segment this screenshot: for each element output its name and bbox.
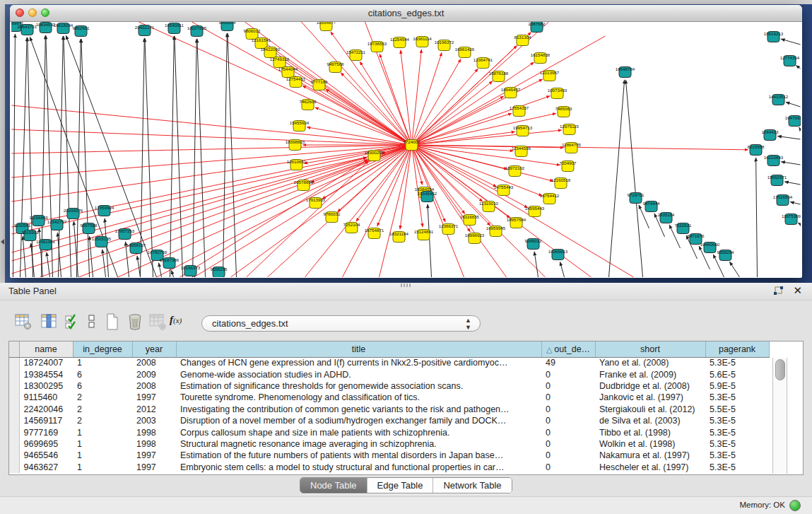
cell-pagerank[interactable]: 5.3E-5 [705, 462, 769, 473]
column-header-title[interactable]: title [176, 341, 541, 357]
graph-node[interactable]: 1724007 [403, 139, 420, 151]
graph-node[interactable]: 18321184 [389, 231, 409, 243]
cell-out_degree[interactable]: 0 [541, 380, 595, 392]
row-gutter[interactable] [9, 450, 19, 461]
cell-title[interactable]: Estimation of the future numbers of pati… [176, 450, 541, 461]
graph-node[interactable]: 7204907 [559, 160, 577, 172]
graph-node[interactable]: 13505135 [92, 236, 112, 247]
graph-node[interactable]: 18957584 [507, 217, 526, 228]
table-select-dropdown[interactable]: citations_edges.txt ▲▼ [201, 315, 481, 332]
graph-node[interactable]: 2087682 [528, 22, 546, 33]
graph-node[interactable]: 16476913 [785, 115, 801, 127]
cell-title[interactable]: Investigating the contribution of common… [176, 404, 541, 415]
table-row[interactable]: 1938455462009Genome-wide association stu… [9, 368, 769, 380]
cell-out_degree[interactable]: 0 [541, 415, 595, 426]
cell-year[interactable]: 1998 [132, 438, 176, 450]
graph-node[interactable]: 15876188 [489, 71, 509, 82]
window-titlebar[interactable]: citations_edges.txt [10, 5, 802, 22]
graph-node[interactable]: 12364741 [473, 57, 493, 69]
cell-in_degree[interactable]: 1 [73, 438, 132, 450]
cell-year[interactable]: 2012 [132, 404, 176, 415]
cell-pagerank[interactable]: 5.3E-5 [705, 392, 769, 403]
cell-pagerank[interactable]: 5.3E-5 [705, 438, 769, 450]
graph-node[interactable]: 8215958 [747, 144, 765, 156]
column-header-pagerank[interactable]: pagerank [705, 341, 769, 357]
graph-node[interactable]: 16972102 [505, 165, 525, 177]
row-gutter[interactable] [9, 426, 19, 438]
cell-year[interactable]: 2008 [132, 357, 176, 368]
cell-in_degree[interactable]: 1 [73, 450, 132, 461]
cell-out_degree[interactable]: 0 [541, 450, 595, 461]
cell-pagerank[interactable]: 5.5E-5 [705, 404, 769, 415]
cell-year[interactable]: 1997 [132, 450, 176, 461]
cell-title[interactable]: Changes of HCN gene expression and I(f) … [176, 357, 541, 368]
memory-status-icon[interactable] [789, 500, 801, 511]
cell-title[interactable]: Tourette syndrome. Phenomenology and cla… [176, 392, 541, 403]
cell-name[interactable]: 18300295 [19, 380, 73, 392]
cell-name[interactable]: 9465546 [19, 450, 73, 461]
cell-name[interactable]: 9115460 [19, 392, 73, 403]
table-row[interactable]: 1830029562008Estimation of significance … [9, 380, 769, 392]
select-rows-icon[interactable] [64, 313, 82, 331]
cell-title[interactable]: Disruption of a novel member of a sodium… [176, 415, 541, 426]
cell-title[interactable]: Corpus callosum shape and size in male p… [176, 426, 541, 438]
table-header-row[interactable]: namein_degreeyeartitle△out_de…shortpager… [9, 341, 769, 357]
graph-node[interactable]: 15455924 [290, 120, 310, 132]
cell-out_degree[interactable]: 0 [541, 404, 595, 415]
tab-network-table[interactable]: Network Table [433, 478, 511, 493]
cell-title[interactable]: Embryonic stem cells: a model to study s… [176, 462, 541, 473]
graph-node[interactable]: 16754412 [540, 193, 560, 204]
cell-short[interactable]: Yano et al. (2008) [595, 357, 705, 368]
scrollbar-thumb[interactable] [775, 359, 785, 380]
graph-node[interactable]: 20402171 [135, 25, 155, 36]
column-header-out_degree[interactable]: △out_de… [541, 341, 595, 357]
panel-collapse-arrow-icon[interactable] [1, 239, 4, 245]
cell-name[interactable]: 9463627 [19, 462, 73, 473]
graph-node[interactable]: 14595443 [525, 206, 545, 217]
graph-node[interactable]: 17957253 [115, 228, 135, 240]
row-gutter[interactable] [9, 415, 19, 426]
graph-node[interactable]: 18227835 [187, 25, 207, 37]
cell-name[interactable]: 9777169 [19, 426, 73, 438]
graph-node[interactable]: 7485063 [555, 106, 572, 117]
graph-node[interactable]: 14755443 [494, 185, 514, 196]
graph-node[interactable]: 12366371 [439, 223, 459, 235]
graph-node[interactable]: 16210643 [764, 155, 784, 166]
table-body[interactable]: 1872400712008Changes of HCN gene express… [9, 357, 769, 473]
cell-out_degree[interactable]: 0 [541, 438, 595, 450]
graph-node[interactable]: 11254544 [390, 37, 410, 48]
cell-in_degree[interactable]: 1 [73, 357, 132, 368]
cell-year[interactable]: 1997 [132, 462, 176, 473]
table-vertical-scrollbar[interactable] [772, 358, 787, 474]
graph-node[interactable]: 9777169 [310, 79, 328, 90]
cell-year[interactable]: 2009 [132, 368, 176, 380]
graph-node[interactable]: 9458904 [218, 22, 236, 31]
node-table[interactable]: namein_degreeyeartitle△out_de…shortpager… [9, 341, 770, 473]
cell-pagerank[interactable]: 5.3E-5 [705, 450, 769, 461]
cell-short[interactable]: Hescheler et al. (1997) [595, 462, 705, 473]
graph-node[interactable]: 16959945 [486, 226, 506, 237]
float-panel-icon[interactable] [772, 286, 784, 297]
table-row[interactable]: 2242004622012Investigating the contribut… [9, 404, 769, 415]
table-row[interactable]: 946362711997Embryonic stem cells: a mode… [9, 462, 769, 473]
cell-pagerank[interactable]: 5.3E-5 [705, 426, 769, 438]
graph-node[interactable]: 16116835 [460, 214, 480, 226]
graph-node[interactable]: 9497568 [326, 62, 344, 73]
cell-out_degree[interactable]: 49 [541, 357, 595, 368]
network-canvas[interactable]: 1724007949756897771697462609154559241839… [11, 22, 801, 277]
column-header-year[interactable]: year [132, 341, 176, 357]
graph-node[interactable]: 15992971 [767, 175, 787, 186]
table-row[interactable]: 1872400712008Changes of HCN gene express… [9, 357, 769, 368]
cell-in_degree[interactable]: 1 [73, 426, 132, 438]
table-row[interactable]: 911546021997Tourette syndrome. Phenomeno… [9, 392, 769, 403]
cell-name[interactable]: 9699695 [19, 438, 73, 450]
cell-pagerank[interactable]: 5.3E-5 [705, 415, 769, 426]
graph-node[interactable]: 18398823 [286, 139, 305, 151]
graph-node[interactable]: 12213967 [540, 70, 560, 81]
row-gutter[interactable] [9, 368, 19, 380]
table-row[interactable]: 946554611997Estimation of the future num… [9, 450, 769, 461]
cell-pagerank[interactable]: 5.9E-5 [705, 380, 769, 392]
function-builder-icon[interactable]: f(x) [170, 314, 194, 332]
row-gutter[interactable] [9, 404, 19, 415]
cell-pagerank[interactable]: 5.6E-5 [705, 368, 769, 380]
